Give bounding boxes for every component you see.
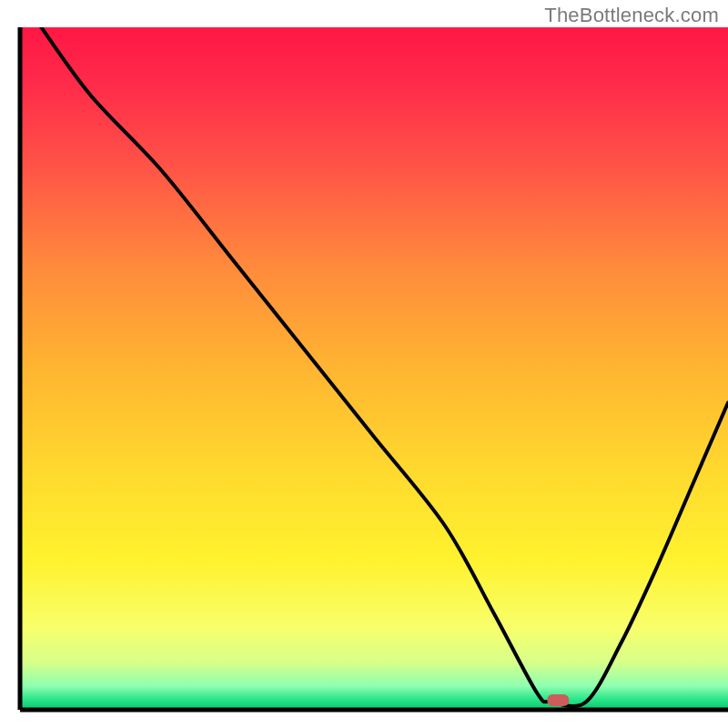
bottleneck-chart [0,0,728,728]
optimal-point-marker [547,694,569,706]
gradient-background [20,27,728,710]
chart-container: { "attribution": "TheBottleneck.com", "c… [0,0,728,728]
